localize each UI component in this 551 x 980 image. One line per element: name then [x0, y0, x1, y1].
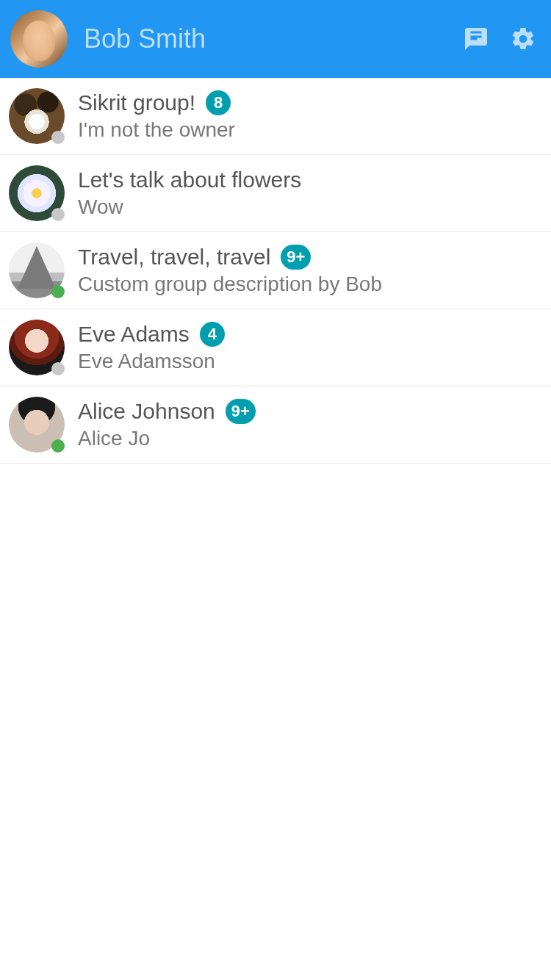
chat-avatar [9, 397, 65, 453]
chat-title: Sikrit group! [78, 90, 195, 115]
chat-title: Let's talk about flowers [78, 167, 301, 192]
chat-avatar [9, 242, 65, 298]
chat-row[interactable]: Alice Johnson9+Alice Jo [0, 386, 551, 464]
presence-dot-icon [51, 285, 65, 298]
chat-title: Eve Adams [78, 322, 190, 347]
presence-dot-icon [51, 208, 65, 221]
unread-badge: 9+ [281, 245, 311, 270]
chat-avatar [9, 165, 65, 221]
chat-row-body: Let's talk about flowersWow [78, 167, 541, 219]
chat-subtitle: Custom group description by Bob [78, 273, 541, 296]
chat-subtitle: Eve Adamsson [78, 350, 541, 373]
chat-icon [463, 26, 489, 52]
chat-row-top: Sikrit group!8 [78, 90, 541, 115]
chat-row-body: Sikrit group!8I'm not the owner [78, 90, 541, 142]
chat-row[interactable]: Let's talk about flowersWow [0, 155, 551, 232]
header-actions [463, 26, 536, 52]
settings-button[interactable] [510, 26, 536, 52]
unread-badge: 8 [206, 90, 231, 115]
chat-subtitle: Wow [78, 195, 541, 219]
chat-row-top: Travel, travel, travel9+ [78, 245, 541, 270]
chat-row-body: Alice Johnson9+Alice Jo [78, 399, 541, 450]
chat-subtitle: I'm not the owner [78, 118, 541, 142]
app-header: Bob Smith [0, 0, 551, 78]
chat-list: Sikrit group!8I'm not the ownerLet's tal… [0, 78, 551, 464]
chat-avatar [9, 320, 65, 375]
profile-name: Bob Smith [84, 24, 447, 54]
presence-dot-icon [51, 131, 65, 144]
presence-dot-icon [51, 362, 65, 375]
chat-row-body: Travel, travel, travel9+Custom group des… [78, 245, 541, 296]
chat-row[interactable]: Eve Adams4Eve Adamsson [0, 309, 551, 386]
chat-title: Travel, travel, travel [78, 245, 270, 270]
chat-row[interactable]: Travel, travel, travel9+Custom group des… [0, 232, 551, 309]
chat-avatar [9, 88, 65, 144]
chat-row[interactable]: Sikrit group!8I'm not the owner [0, 78, 551, 155]
profile-avatar[interactable] [10, 10, 68, 68]
messages-button[interactable] [463, 26, 489, 52]
gear-icon [510, 26, 536, 52]
chat-row-top: Let's talk about flowers [78, 167, 541, 192]
presence-dot-icon [51, 439, 65, 453]
chat-row-top: Alice Johnson9+ [78, 399, 541, 424]
chat-title: Alice Johnson [78, 399, 215, 424]
chat-row-top: Eve Adams4 [78, 322, 541, 347]
unread-badge: 4 [200, 322, 225, 347]
chat-subtitle: Alice Jo [78, 427, 541, 450]
unread-badge: 9+ [226, 399, 256, 424]
chat-row-body: Eve Adams4Eve Adamsson [78, 322, 541, 373]
